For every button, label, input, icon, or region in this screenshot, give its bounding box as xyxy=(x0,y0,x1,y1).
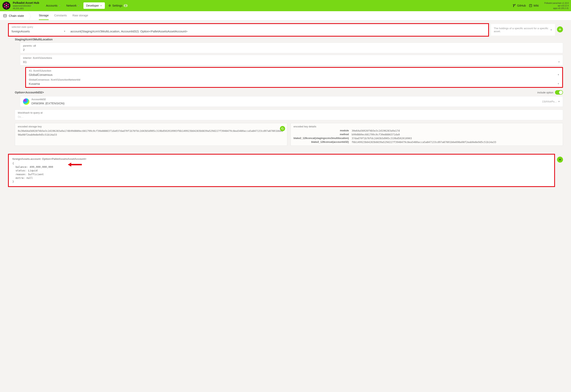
book-icon xyxy=(529,4,532,7)
top-bar: A Polkadot Asset Hub statemint/1001002 ▼… xyxy=(0,0,571,11)
chain-info[interactable]: Polkadot Asset Hub statemint/1001002 ▼ #… xyxy=(13,1,39,10)
main-nav: Accounts ▼ Network ▼ Developer ▼ ⚙ Setti… xyxy=(44,2,130,9)
chain-logo[interactable]: A xyxy=(2,2,10,10)
result-title: foreignAssets.account: Option<PalletAsse… xyxy=(12,157,551,160)
plus-icon xyxy=(559,28,561,31)
query-label: selected state query xyxy=(12,26,485,28)
database-icon xyxy=(3,14,7,18)
wiki-link[interactable]: Wiki xyxy=(529,4,539,7)
sub-tabs: Storage Constants Raw storage xyxy=(39,11,88,20)
page-title: Chain state xyxy=(3,14,29,18)
blockhash-field[interactable]: blockhash to query at 0x... xyxy=(15,110,563,120)
nav-accounts[interactable]: Accounts ▼ xyxy=(44,3,63,8)
gear-icon: ⚙ xyxy=(108,4,111,7)
github-link[interactable]: GitHub xyxy=(513,4,526,7)
chevron-down-icon: ▼ xyxy=(557,74,559,76)
encoded-key-details: encoded key details module 30e64a56026f4… xyxy=(290,123,563,146)
option-row: Option<AccountId32> include option xyxy=(15,89,563,95)
detail-module: 30e64a56026f4b5e3c2d196283a9a17d xyxy=(352,129,560,132)
blockhash-placeholder: 0x... xyxy=(18,115,560,118)
include-option-label: include option xyxy=(537,91,553,94)
pallet-select[interactable]: foreignAssets ▼ xyxy=(12,30,66,33)
svg-point-5 xyxy=(4,4,5,5)
result-row: foreignAssets.account: Option<PalletAsse… xyxy=(8,154,563,187)
nav-right: GitHub Wiki Polkadot parachain v1.10.0 a… xyxy=(513,2,569,10)
chevron-down-icon: ▼ xyxy=(100,5,102,7)
remove-result-button[interactable] xyxy=(557,157,563,163)
parents-field[interactable]: parents: u8 2 xyxy=(20,42,563,53)
nav-developer[interactable]: Developer ▼ xyxy=(84,2,105,9)
query-hint: The holdings of a specific account for a… xyxy=(491,24,555,36)
copy-button[interactable] xyxy=(280,126,285,131)
svg-point-10 xyxy=(4,14,6,15)
main-content: selected state query foreignAssets ▼ acc… xyxy=(0,20,571,191)
chevron-down-icon: ▼ xyxy=(558,61,560,63)
nav-settings[interactable]: ⚙ Settings 1 xyxy=(106,3,130,8)
state-query-box: selected state query foreignAssets ▼ acc… xyxy=(8,23,489,37)
close-icon xyxy=(559,158,561,161)
chevron-down-icon: ▼ xyxy=(78,5,80,7)
chevron-down-icon: ▼ xyxy=(557,83,559,85)
detail-hash2: f6b149923b64283b6839a529d227f3948479c8ea… xyxy=(352,140,560,144)
identicon xyxy=(23,98,29,105)
account-select[interactable]: AccountId32 DRW3RK (EXTENSION) 13zhVuirP… xyxy=(20,96,563,107)
block-number: #6,031,601 xyxy=(13,7,39,10)
svg-point-4 xyxy=(4,6,5,7)
chain-name: Polkadot Asset Hub xyxy=(13,1,39,5)
interior-field[interactable]: interior: XcmV3Junctions X1▼ xyxy=(20,55,563,65)
tab-storage[interactable]: Storage xyxy=(39,11,49,20)
query-result: foreignAssets.account: Option<PalletAsse… xyxy=(8,154,555,187)
multilocation-label: StagingXcmV3MultiLocation xyxy=(15,37,563,42)
encoded-key-value: 0x30e64a56026f4b5e3c2d196283a9a17db99d88… xyxy=(18,129,284,137)
chevron-down-icon: ▼ xyxy=(59,5,61,7)
git-branch-icon xyxy=(513,4,516,7)
svg-point-2 xyxy=(7,6,9,7)
version-info: Polkadot parachain v1.10.0 api v10.12.4 … xyxy=(544,2,569,10)
tab-raw-storage[interactable]: Raw storage xyxy=(72,11,88,20)
chevron-down-icon: ▼ xyxy=(64,30,66,32)
detail-hash1: 37dad70f1b76fdc2d43b5d905c319bd502010903 xyxy=(352,137,560,140)
submit-query-button[interactable] xyxy=(557,26,563,32)
params-section: StagingXcmV3MultiLocation parents: u8 2 … xyxy=(15,37,563,88)
query-row: selected state query foreignAssets ▼ acc… xyxy=(8,23,563,37)
encoded-row: encoded storage key 0x30e64a56026f4b5e3c… xyxy=(15,123,563,146)
settings-badge: 1 xyxy=(124,4,128,7)
annotation-arrow xyxy=(67,162,83,168)
svg-point-1 xyxy=(7,4,9,5)
chevron-down-icon: ▼ xyxy=(558,100,560,103)
tab-constants[interactable]: Constants xyxy=(54,11,67,20)
method-select[interactable]: account(StagingXcmV3MultiLocation, Accou… xyxy=(71,30,485,33)
svg-text:A: A xyxy=(6,4,7,7)
polkadot-icon: A xyxy=(3,2,10,9)
result-body: { balance: 499,000,000,000 status: Liqui… xyxy=(12,162,551,183)
svg-rect-12 xyxy=(282,128,284,130)
chain-spec: statemint/1001002 ▼ xyxy=(13,5,39,7)
x1-junction-field[interactable]: X1: XcmV3Junction GlobalConsensus▼ Globa… xyxy=(25,67,563,88)
copy-icon xyxy=(281,127,284,130)
detail-method: b99d880ec681799c0cf30e8886371da9 xyxy=(352,133,560,136)
nav-network[interactable]: Network ▼ xyxy=(64,3,82,8)
include-option-toggle[interactable] xyxy=(555,90,563,95)
encoded-storage-key: encoded storage key 0x30e64a56026f4b5e3c… xyxy=(15,123,287,146)
chevron-down-icon: ▼ xyxy=(550,29,552,31)
chevron-down-icon: ▼ xyxy=(32,5,34,7)
svg-point-0 xyxy=(6,3,7,4)
option-label: Option<AccountId32> xyxy=(15,91,44,94)
sub-nav: Chain state Storage Constants Raw storag… xyxy=(0,11,571,20)
account-short-address: 13zhVuirPu… ▼ xyxy=(542,100,560,103)
svg-point-3 xyxy=(6,7,7,8)
